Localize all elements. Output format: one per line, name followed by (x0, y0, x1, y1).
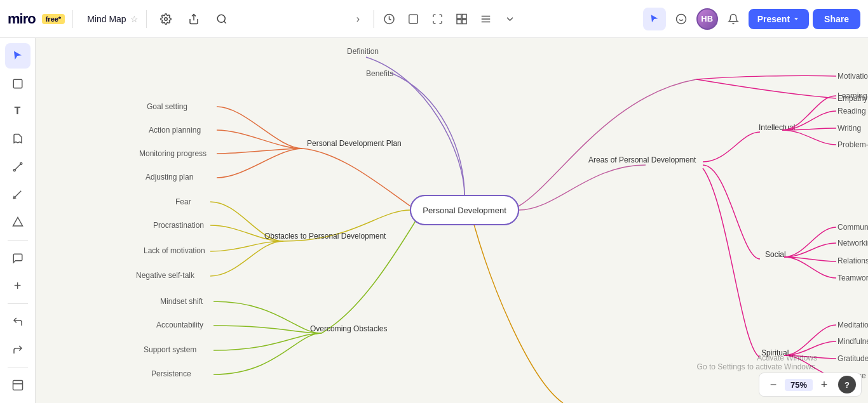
sidebar-divider (8, 240, 28, 241)
empathy-label: Empathy (837, 94, 867, 103)
header-divider-1 (72, 10, 73, 28)
left-sidebar: T + (0, 38, 36, 403)
share-export-button[interactable] (182, 8, 205, 30)
present-button[interactable]: Present (749, 9, 809, 29)
writing-label: Writing (837, 124, 861, 133)
areas-label: Areas of Personal Development (588, 155, 696, 164)
teamwork-label: Teamwork (837, 274, 868, 282)
goal-setting-label: Goal setting (147, 102, 187, 111)
reading-label: Reading (837, 107, 866, 116)
header-divider-2 (146, 10, 147, 28)
communication-label: Communication (837, 223, 868, 232)
svg-point-2 (217, 15, 225, 22)
mindset-shift-label: Mindset shift (160, 297, 203, 306)
expand-tool[interactable] (5, 373, 31, 398)
notification-button[interactable] (722, 8, 745, 30)
pdp-label: Personal Development Plan (307, 139, 402, 148)
toolbar-fullscreen-btn[interactable] (426, 8, 449, 30)
bottom-bar: − 75% + ? (759, 373, 862, 397)
sticky-note-tool[interactable] (5, 126, 31, 152)
toolbar-back-btn[interactable]: › (347, 8, 370, 30)
motivation-label: Motivation (837, 72, 868, 81)
toolbar-board-btn[interactable] (451, 8, 473, 30)
zoom-level[interactable]: 75% (785, 379, 813, 391)
zoom-plus-icon: + (821, 378, 828, 392)
svg-point-13 (676, 14, 686, 23)
present-label: Present (757, 14, 790, 24)
zoom-minus-icon: − (770, 378, 777, 392)
meditation-label: Meditation (837, 320, 868, 329)
connector-tool[interactable] (5, 154, 31, 180)
sidebar-divider-3 (8, 367, 28, 367)
help-button[interactable]: ? (838, 376, 856, 393)
svg-point-0 (164, 17, 167, 20)
plan-badge: free* (42, 14, 65, 24)
overcoming-obstacles-label: Overcoming Obstacles (310, 324, 387, 333)
svg-rect-7 (462, 14, 466, 18)
accountability-label: Accountability (156, 320, 203, 329)
gratitude-label: Gratitude (837, 354, 868, 363)
networking-label: Networking (837, 239, 868, 248)
zoom-out-button[interactable]: − (764, 376, 782, 393)
procrastination-label: Procrastination (153, 221, 204, 230)
svg-rect-9 (462, 19, 466, 23)
canvas[interactable]: Personal Development Personal Developmen… (36, 38, 868, 403)
undo-button[interactable] (5, 309, 31, 334)
select-tool-button[interactable] (643, 8, 666, 30)
pen-tool[interactable] (5, 182, 31, 207)
comment-tool[interactable] (5, 246, 31, 271)
star-icon[interactable]: ☆ (130, 14, 139, 24)
svg-rect-16 (13, 79, 22, 88)
definition-label: Definition (347, 47, 379, 56)
toolbar-divider (374, 10, 374, 28)
logo: miro (8, 11, 36, 27)
select-tool[interactable] (5, 43, 31, 69)
toolbar-more-btn[interactable] (499, 8, 522, 30)
benefits-label: Benefits (366, 69, 393, 78)
toolbar-center: › (347, 8, 522, 30)
svg-line-19 (14, 191, 21, 198)
toolbar-timer-btn[interactable] (378, 8, 401, 30)
problem-solving-label: Problem-solving (837, 140, 868, 149)
lack-motivation-label: Lack of motivation (144, 246, 205, 255)
header: miro free* Mind Map ☆ › (0, 0, 868, 38)
board-name-label: Mind Map (87, 14, 126, 24)
settings-button[interactable] (154, 8, 177, 30)
adjusting-plan-label: Adjusting plan (146, 173, 193, 182)
header-right: HB Present Share (643, 8, 860, 30)
toolbar-list-btn[interactable] (475, 8, 498, 30)
share-button[interactable]: Share (813, 9, 860, 29)
negative-self-talk-label: Negative self-talk (136, 271, 195, 280)
reaction-button[interactable] (670, 8, 693, 30)
mindmap-svg: Personal Development Personal Developmen… (36, 38, 868, 403)
support-system-label: Support system (144, 345, 196, 354)
svg-text:Personal Development: Personal Development (423, 206, 506, 215)
svg-rect-21 (13, 381, 22, 390)
toolbar-frame-btn[interactable] (402, 8, 425, 30)
svg-rect-5 (409, 15, 418, 23)
board-name[interactable]: Mind Map ☆ (87, 14, 138, 24)
text-tool[interactable]: T (5, 98, 31, 124)
svg-marker-20 (13, 217, 22, 226)
svg-rect-8 (457, 19, 461, 23)
action-planning-label: Action planning (149, 126, 201, 135)
relationship-building-label: Relationship building (837, 256, 868, 265)
add-tool[interactable]: + (5, 273, 31, 298)
redo-button[interactable] (5, 337, 31, 362)
zoom-in-button[interactable]: + (815, 376, 833, 393)
shapes-tool[interactable] (5, 209, 31, 235)
svg-rect-6 (457, 14, 461, 18)
persistence-label: Persistence (151, 369, 191, 378)
frames-tool[interactable] (5, 71, 31, 96)
monitoring-progress-label: Monitoring progress (139, 149, 207, 158)
avatar[interactable]: HB (696, 8, 718, 30)
fear-label: Fear (175, 197, 191, 206)
social-label: Social (765, 250, 786, 259)
spiritual-label: Spiritual (761, 348, 789, 357)
search-button[interactable] (210, 8, 233, 30)
sidebar-divider-2 (8, 303, 28, 304)
obstacles-label: Obstacles to Personal Development (264, 232, 386, 241)
mindfulness-label: Mindfulness (837, 337, 868, 346)
svg-line-3 (224, 21, 226, 23)
